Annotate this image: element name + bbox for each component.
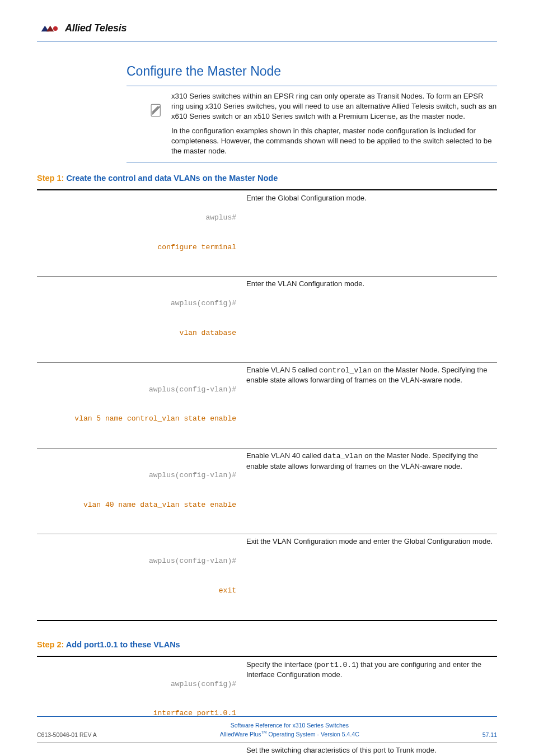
cli-explanation: Enter the VLAN Configuration mode. [238, 277, 497, 362]
cli-explanation: Exit the VLAN Configuration mode and ent… [238, 534, 497, 620]
cli-explanation: Set the switching characteristics of thi… [238, 743, 497, 756]
note-block: x310 Series switches within an EPSR ring… [127, 86, 497, 162]
cli-command: configure terminal [39, 242, 236, 253]
cli-command: vlan 5 name control_vlan state enable [39, 414, 236, 424]
cli-prompt: awplus(config)# [39, 298, 236, 309]
page-header: Allied Telesis [37, 22, 497, 34]
step-heading: Step 2: Add port1.0.1 to these VLANs [37, 640, 497, 649]
table-row: awplus(config-vlan)# exit Exit the VLAN … [37, 534, 497, 620]
command-table-step2: awplus(config)# interface port1.0.1 Spec… [37, 656, 497, 756]
cli-prompt: awplus(config)# [39, 679, 236, 689]
footer-divider [37, 716, 497, 717]
table-row: awplus# configure terminal Enter the Glo… [37, 190, 497, 277]
cli-command: vlan 40 name data_vlan state enable [39, 500, 236, 510]
note-paragraph: In the configuration examples shown in t… [171, 126, 497, 156]
step-heading: Step 1: Create the control and data VLAN… [37, 174, 497, 183]
step-label: Step 1: [37, 174, 66, 183]
header-divider [37, 41, 497, 41]
command-table-step1: awplus# configure terminal Enter the Glo… [37, 189, 497, 621]
footer-docid: C613-50046-01 REV A [37, 731, 97, 738]
note-paragraph: x310 Series switches within an EPSR ring… [171, 91, 497, 121]
note-text: x310 Series switches within an EPSR ring… [171, 91, 497, 156]
table-row: awplus(config)# vlan database Enter the … [37, 277, 497, 362]
cli-prompt: awplus(config-vlan)# [39, 556, 236, 566]
allied-telesis-icon [37, 24, 60, 33]
footer-center: Software Reference for x310 Series Switc… [220, 721, 359, 738]
note-icon [149, 103, 163, 118]
cli-prompt: awplus# [39, 213, 236, 223]
step-desc: Create the control and data VLANs on the… [66, 174, 278, 183]
table-row: awplus(config-if)# switchport mode trunk… [37, 743, 497, 756]
table-row: awplus(config-vlan)# vlan 40 name data_v… [37, 449, 497, 534]
brand-text: Allied Telesis [65, 22, 127, 34]
footer-reference: Software Reference for x310 Series Switc… [220, 721, 359, 730]
cli-command: vlan database [39, 328, 236, 338]
section-title: Configure the Master Node [127, 64, 497, 79]
cli-explanation: Enable VLAN 5 called control_vlan on the… [238, 362, 497, 448]
table-row: awplus(config-vlan)# vlan 5 name control… [37, 362, 497, 448]
page-footer: C613-50046-01 REV A Software Reference f… [37, 716, 497, 738]
cli-command: exit [39, 586, 236, 596]
footer-pagenum: 57.11 [483, 731, 497, 738]
footer-product: AlliedWare PlusTM Operating System - Ver… [220, 730, 359, 738]
cli-prompt: awplus(config-vlan)# [39, 470, 236, 480]
cli-explanation: Enable VLAN 40 called data_vlan on the M… [238, 449, 497, 534]
step-label: Step 2: [37, 640, 66, 649]
brand-logo: Allied Telesis [37, 22, 127, 34]
cli-explanation: Enter the Global Configuration mode. [238, 190, 497, 277]
cli-prompt: awplus(config-vlan)# [39, 385, 236, 395]
svg-point-2 [53, 26, 58, 31]
svg-marker-1 [46, 25, 54, 31]
step-desc: Add port1.0.1 to these VLANs [66, 640, 180, 649]
